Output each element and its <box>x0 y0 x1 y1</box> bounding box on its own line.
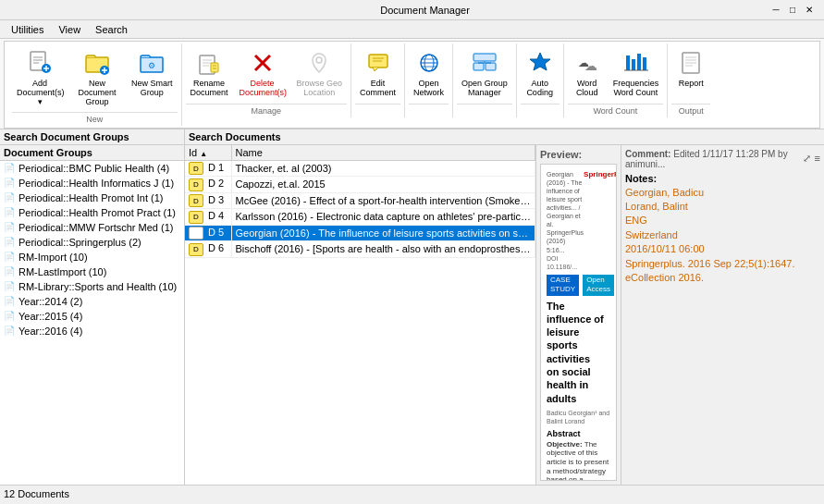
svg-point-22 <box>316 57 322 63</box>
group-icon: 📄 <box>4 222 15 232</box>
report-label: Report <box>679 80 704 89</box>
doc-icon: D <box>189 162 203 175</box>
comment-line: Lorand, Balint <box>625 200 820 214</box>
doc-id-cell: D D 5 <box>185 225 231 241</box>
new-smart-group-icon: ⚙ <box>137 48 166 78</box>
open-group-manager-button[interactable]: Open GroupManager <box>457 45 512 101</box>
window-controls: ─ □ ✕ <box>769 3 817 18</box>
edit-comment-label: EditComment <box>360 80 396 98</box>
ribbon: AddDocument(s) ▾ New DocumentGroup ⚙ New… <box>0 39 824 129</box>
table-row[interactable]: D D 2 Capozzi, et.al. 2015 <box>185 177 535 193</box>
new-smart-group-button[interactable]: ⚙ New SmartGroup <box>127 45 178 101</box>
col-id-header[interactable]: Id ▲ <box>185 145 231 161</box>
menu-view[interactable]: View <box>51 22 88 37</box>
group-item[interactable]: 📄Periodical::MMW Fortschr Med (1) <box>0 220 184 235</box>
auto-coding-button[interactable]: AutoCoding <box>521 45 560 101</box>
frequencies-button[interactable]: FrequenciesWord Count <box>609 45 664 101</box>
svg-marker-36 <box>530 53 550 70</box>
ribbon-group-comment: EditComment <box>351 43 405 117</box>
svg-text:☁: ☁ <box>584 58 597 73</box>
group-item[interactable]: 📄RM-Library::Sports and Health (10) <box>0 279 184 294</box>
open-group-manager-icon <box>470 48 499 78</box>
auto-coding-icon <box>525 48 555 78</box>
svg-rect-41 <box>637 54 641 70</box>
comment-line: eCollection 2016. <box>625 271 820 285</box>
new-document-group-button[interactable]: New DocumentGroup <box>69 45 125 110</box>
edit-comment-button[interactable]: EditComment <box>355 45 400 101</box>
article-type-bar: CASE STUDY Open Access <box>547 275 610 296</box>
svg-rect-32 <box>473 63 484 70</box>
word-cloud-icon: ☁☁ <box>572 48 602 78</box>
browse-geo-location-button[interactable]: Browse GeoLocation <box>292 45 348 101</box>
group-item[interactable]: 📄Periodical::Health Promot Int (1) <box>0 191 184 205</box>
group-item[interactable]: 📄Year::2014 (2) <box>0 294 184 309</box>
menu-utilities[interactable]: Utilities <box>4 22 51 37</box>
group-item[interactable]: 📄Year::2015 (4) <box>0 309 184 324</box>
add-document-label: AddDocument(s) ▾ <box>17 80 63 107</box>
group-item[interactable]: 📄Periodical::BMC Public Health (4) <box>0 161 184 176</box>
table-row[interactable]: D D 1 Thacker, et. al (2003) <box>185 160 535 177</box>
ribbon-group-auto-coding-items: AutoCoding <box>521 45 560 104</box>
add-document-button[interactable]: AddDocument(s) ▾ <box>12 45 68 110</box>
group-label: Periodical::Health Promot Pract (1) <box>18 207 176 218</box>
group-label: Periodical::MMW Fortschr Med (1) <box>18 222 173 233</box>
delete-documents-label: DeleteDocument(s) <box>240 80 286 98</box>
report-button[interactable]: Report <box>671 45 710 92</box>
comment-menu-button[interactable]: ≡ <box>815 153 820 165</box>
ribbon-group-group-manager-items: Open GroupManager <box>457 45 512 104</box>
ribbon-group-output: Report Output <box>668 43 714 117</box>
documents-scroll[interactable]: Id ▲ Name D D 1 Thacker, et. al (2003) D… <box>185 145 535 485</box>
doc-icon: D <box>189 178 203 191</box>
rename-document-button[interactable]: RenameDocument <box>186 45 233 101</box>
svg-rect-17 <box>211 63 218 72</box>
svg-rect-40 <box>632 59 635 70</box>
doc-id-cell: D D 3 <box>185 192 231 209</box>
minimize-button[interactable]: ─ <box>769 3 783 18</box>
group-item[interactable]: 📄Periodical::Health Promot Pract (1) <box>0 205 184 220</box>
group-item[interactable]: 📄Year::2016 (4) <box>0 324 184 338</box>
group-item[interactable]: 📄RM-LastImport (10) <box>0 264 184 279</box>
word-cloud-button[interactable]: ☁☁ WordCloud <box>568 45 607 101</box>
rename-document-label: RenameDocument <box>191 80 228 98</box>
expand-comment-button[interactable]: ⤢ <box>803 153 811 165</box>
comment-header-icons: ⤢ ≡ <box>803 153 820 165</box>
documents-table: Id ▲ Name D D 1 Thacker, et. al (2003) D… <box>185 145 535 258</box>
comment-line: Georgian, Badicu <box>625 186 820 200</box>
status-text: 12 Documents <box>4 488 69 499</box>
ribbon-group-network-items: OpenNetwork <box>409 45 449 104</box>
group-item[interactable]: 📄Periodical::Health Informatics J (1) <box>0 176 184 191</box>
ribbon-group-word-count: ☁☁ WordCloud FrequenciesWord Count Word … <box>564 43 669 117</box>
browse-geo-location-label: Browse GeoLocation <box>297 80 343 98</box>
table-row[interactable]: D D 6 Bischoff (2016) - [Sports are heal… <box>185 241 535 258</box>
ribbon-group-manage: RenameDocument DeleteDocument(s) Browse … <box>182 43 352 117</box>
group-item[interactable]: 📄RM-Import (10) <box>0 250 184 264</box>
comment-line: 2016/10/11 06:00 <box>625 242 820 256</box>
maximize-button[interactable]: □ <box>785 3 800 18</box>
group-icon: 📄 <box>4 207 15 217</box>
close-button[interactable]: ✕ <box>802 3 817 18</box>
doc-name-cell: Bischoff (2016) - [Sports are health - a… <box>231 241 535 258</box>
notes-label: Notes: <box>625 173 820 184</box>
group-icon: 📄 <box>4 266 15 277</box>
document-groups-header: Document Groups <box>0 145 184 161</box>
table-row[interactable]: D D 5 Georgian (2016) - The influence of… <box>185 225 535 241</box>
table-row[interactable]: D D 3 McGee (2016) - Effect of a sport-f… <box>185 192 535 209</box>
window-title: Document Manager <box>81 5 769 16</box>
open-network-button[interactable]: OpenNetwork <box>409 45 449 101</box>
menu-search[interactable]: Search <box>88 22 135 37</box>
group-icon: 📄 <box>4 163 15 173</box>
comment-label: Comment: Edited 1/11/17 11:28 PM by anim… <box>625 149 803 169</box>
col-name-header[interactable]: Name <box>231 145 535 161</box>
group-icon: 📄 <box>4 326 15 336</box>
group-icon: 📄 <box>4 311 15 321</box>
ribbon-content: AddDocument(s) ▾ New DocumentGroup ⚙ New… <box>4 41 820 129</box>
abstract-objective: Objective: The objective of this article… <box>547 440 610 481</box>
rename-document-icon <box>194 48 224 78</box>
search-documents-label: Search Documents <box>185 129 824 144</box>
ribbon-group-manage-label: Manage <box>186 104 348 116</box>
table-row[interactable]: D D 4 Karlsson (2016) - Electronic data … <box>185 209 535 226</box>
delete-documents-button[interactable]: DeleteDocument(s) <box>235 45 290 101</box>
browse-geo-location-icon <box>304 48 334 78</box>
group-item[interactable]: 📄Periodical::Springerplus (2) <box>0 235 184 250</box>
doc-id-cell: D D 2 <box>185 177 231 193</box>
